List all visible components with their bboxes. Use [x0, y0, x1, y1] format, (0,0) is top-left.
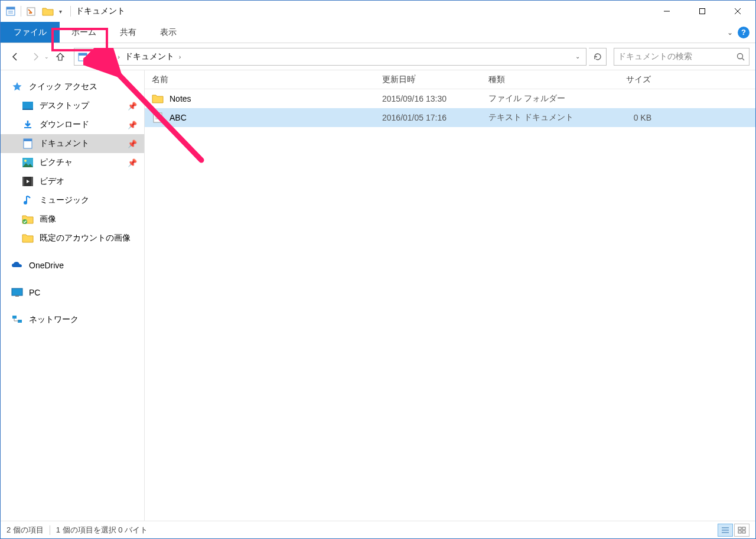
- breadcrumb-current[interactable]: ドキュメント: [123, 51, 175, 62]
- column-header-name[interactable]: 名前: [145, 70, 375, 89]
- column-header-type[interactable]: 種類: [481, 70, 588, 89]
- svg-rect-10: [79, 53, 87, 56]
- pin-icon: 📌: [128, 121, 137, 129]
- svg-rect-36: [738, 527, 741, 530]
- column-header-size[interactable]: サイズ: [588, 70, 659, 89]
- svg-rect-37: [742, 527, 745, 530]
- sidebar-item-music[interactable]: ミュージック: [1, 191, 144, 210]
- title-bar: ▾ ドキュメント: [1, 1, 755, 22]
- svg-rect-25: [12, 288, 22, 296]
- file-size: [588, 89, 659, 108]
- file-date: 2016/01/05 17:16: [375, 108, 481, 127]
- sidebar-quick-access[interactable]: クイック アクセス: [1, 77, 144, 96]
- explorer-window: ▾ ドキュメント ファイル ホーム 共有 表示 ⌄ ?: [0, 0, 756, 539]
- sidebar-item-pictures[interactable]: ピクチャ 📌: [1, 153, 144, 172]
- help-button[interactable]: ?: [738, 27, 750, 38]
- address-dropdown[interactable]: ⌄: [572, 53, 584, 60]
- sidebar-item-desktop[interactable]: デスクトップ 📌: [1, 96, 144, 115]
- qat-folder-icon[interactable]: [41, 5, 54, 18]
- svg-rect-22: [31, 177, 33, 186]
- recent-locations-dropdown[interactable]: ⌄: [44, 54, 49, 60]
- view-details-button[interactable]: [718, 524, 733, 537]
- sidebar-quick-access-label: クイック アクセス: [29, 82, 97, 92]
- svg-rect-27: [12, 316, 17, 319]
- sidebar-network[interactable]: ネットワーク: [1, 310, 144, 329]
- minimize-button[interactable]: [649, 1, 685, 22]
- sidebar-item-label: ミュージック: [40, 195, 89, 206]
- svg-rect-26: [15, 296, 19, 297]
- tab-home[interactable]: ホーム: [60, 22, 108, 43]
- file-type: テキスト ドキュメント: [481, 108, 588, 127]
- sidebar-item-default-account[interactable]: 既定のアカウントの画像: [1, 229, 144, 248]
- pin-icon: 📌: [128, 158, 137, 167]
- back-button[interactable]: [6, 48, 24, 65]
- file-row-text[interactable]: ABC 2016/01/05 17:16 テキスト ドキュメント 0 KB: [145, 108, 755, 127]
- folder-icon: [152, 93, 164, 105]
- file-list-pane: 名前 ˄ 更新日時 種類 サイズ Notes 2015/09/16 13:30 …: [145, 70, 755, 521]
- breadcrumb-pc[interactable]: PC: [100, 52, 114, 61]
- svg-rect-1: [6, 7, 15, 9]
- svg-rect-21: [22, 177, 24, 186]
- navigation-pane: クイック アクセス デスクトップ 📌 ダウンロード 📌 ドキュメント 📌 ピクチ…: [1, 70, 145, 521]
- navigation-bar: ⌄ › PC › ドキュメント › ⌄ ドキュメントの検索: [1, 43, 755, 70]
- qat-properties-icon[interactable]: [4, 5, 17, 18]
- maximize-button[interactable]: [685, 1, 720, 22]
- sidebar-item-downloads[interactable]: ダウンロード 📌: [1, 115, 144, 134]
- breadcrumb-separator[interactable]: ›: [114, 53, 123, 60]
- desktop-icon: [22, 100, 34, 112]
- file-date: 2015/09/16 13:30: [375, 89, 481, 108]
- svg-rect-13: [22, 102, 33, 109]
- sidebar-item-images[interactable]: 画像: [1, 210, 144, 229]
- svg-rect-29: [154, 113, 162, 122]
- address-bar[interactable]: › PC › ドキュメント › ⌄: [74, 48, 586, 66]
- view-large-icons-button[interactable]: [734, 524, 750, 537]
- window-title: ドキュメント: [76, 6, 125, 17]
- file-row-folder[interactable]: Notes 2015/09/16 13:30 ファイル フォルダー: [145, 89, 755, 108]
- sidebar-item-videos[interactable]: ビデオ: [1, 172, 144, 191]
- separator: [50, 525, 50, 535]
- status-bar: 2 個の項目 1 個の項目を選択 0 バイト: [1, 521, 755, 538]
- svg-rect-38: [738, 531, 741, 533]
- search-icon: [736, 52, 745, 61]
- music-icon: [22, 194, 34, 206]
- refresh-button[interactable]: [589, 48, 607, 66]
- text-file-icon: [152, 112, 164, 124]
- svg-point-19: [24, 160, 27, 162]
- file-name: ABC: [170, 113, 187, 122]
- sidebar-item-label: デスクトップ: [40, 100, 89, 111]
- svg-line-12: [742, 58, 745, 60]
- svg-point-23: [24, 201, 27, 204]
- sidebar-pc[interactable]: PC: [1, 283, 144, 302]
- tab-share[interactable]: 共有: [108, 22, 148, 43]
- onedrive-icon: [11, 259, 23, 271]
- search-box[interactable]: ドキュメントの検索: [614, 48, 750, 66]
- tab-view[interactable]: 表示: [148, 22, 188, 43]
- svg-rect-6: [700, 9, 705, 14]
- file-list[interactable]: Notes 2015/09/16 13:30 ファイル フォルダー ABC 20…: [145, 89, 755, 521]
- forward-button[interactable]: [27, 48, 44, 65]
- qat-customize-dropdown[interactable]: ▾: [59, 8, 62, 15]
- column-headers: 名前 ˄ 更新日時 種類 サイズ: [145, 70, 755, 89]
- folder-icon: [22, 232, 34, 244]
- close-button[interactable]: [720, 1, 755, 22]
- search-placeholder: ドキュメントの検索: [618, 51, 736, 62]
- tab-file[interactable]: ファイル: [1, 22, 60, 43]
- status-item-count: 2 個の項目: [6, 525, 44, 535]
- sidebar-item-label: ビデオ: [40, 176, 64, 187]
- location-folder-icon: [77, 51, 89, 63]
- file-type: ファイル フォルダー: [481, 89, 588, 108]
- column-header-date[interactable]: 更新日時: [375, 70, 481, 89]
- file-name: Notes: [170, 94, 191, 103]
- qat-newfolder-icon[interactable]: [25, 5, 38, 18]
- sidebar-onedrive[interactable]: OneDrive: [1, 256, 144, 275]
- sidebar-item-documents[interactable]: ドキュメント 📌: [1, 134, 144, 153]
- sidebar-network-label: ネットワーク: [29, 314, 79, 325]
- breadcrumb-separator[interactable]: ›: [175, 53, 185, 60]
- document-icon: [22, 138, 34, 150]
- sidebar-item-label: 既定のアカウントの画像: [40, 233, 131, 243]
- up-button[interactable]: [51, 48, 69, 65]
- breadcrumb-separator[interactable]: ›: [91, 53, 100, 60]
- pin-icon: 📌: [128, 139, 137, 148]
- ribbon-collapse-icon[interactable]: ⌄: [727, 28, 733, 37]
- video-icon: [22, 176, 34, 187]
